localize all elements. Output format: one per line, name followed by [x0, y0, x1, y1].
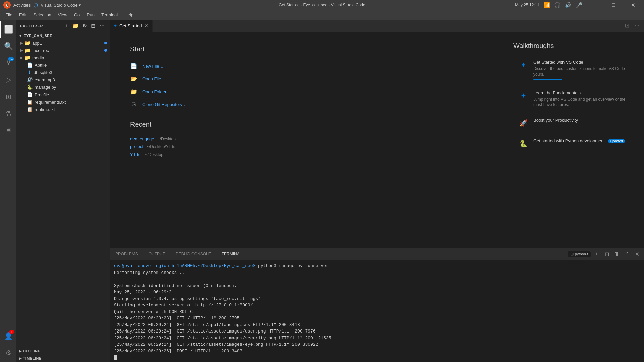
tab-problems[interactable]: PROBLEMS [110, 248, 143, 260]
get-started-right: Walkthroughs ✦ Get Started with VS Code … [503, 32, 644, 248]
clone-repo-label: Clone Git Repository… [142, 102, 187, 107]
restore-button[interactable]: □ [606, 0, 621, 10]
terminal-content[interactable]: eva@eva-Lenovo-Legion-5-15ARH05:~/Deskto… [110, 260, 644, 362]
flask-activity-icon[interactable]: ⚗ [0, 105, 16, 121]
timeline-header[interactable]: ▶ Timeline [16, 355, 110, 362]
terminal-python-label: ⊞ python3 [568, 251, 591, 257]
explorer-activity-icon[interactable]: ⬜ [0, 21, 16, 38]
settings-activity-icon[interactable]: ⚙ [0, 345, 16, 361]
walkthrough-vs-code-progress [533, 79, 562, 80]
source-control-activity-icon[interactable]: ⑂ 14 [0, 55, 16, 71]
terminal-line-10: [25/May/2022 06:29:24] "GET /static/asse… [114, 335, 640, 342]
file-db-sqlite3[interactable]: 🗄 db.sqlite3 [16, 69, 110, 76]
recent-yt-tut[interactable]: YT tut ~/Desktop [130, 150, 483, 158]
recent-project-name: project [130, 144, 143, 149]
kill-terminal-button[interactable]: 🗑 [612, 250, 621, 258]
recent-eva-engage[interactable]: eva_engage ~/Desktop [130, 135, 483, 143]
terminal-prompt: eva@eva-Lenovo-Legion-5-15ARH05:~/Deskto… [114, 263, 255, 268]
more-tab-actions-button[interactable]: ⋯ [633, 21, 641, 30]
recent-yt-tut-path: ~/Desktop [145, 152, 163, 157]
terminal-cursor [114, 355, 117, 360]
tab-debug-console[interactable]: DEBUG CONSOLE [170, 248, 216, 260]
more-actions-button[interactable]: ⋯ [98, 22, 106, 30]
close-button[interactable]: ✕ [625, 0, 641, 10]
file-aptfile[interactable]: 📄 Aptfile [16, 61, 110, 69]
tab-output[interactable]: OUTPUT [143, 248, 170, 260]
file-exam-mp3-label: exam.mp3 [35, 77, 55, 82]
refresh-button[interactable]: ↻ [81, 22, 88, 30]
walkthroughs-title: Walkthroughs [513, 42, 634, 50]
run-debug-activity-icon[interactable]: ▷ [0, 72, 16, 88]
open-folder-item[interactable]: 📁 Open Folder… [130, 85, 483, 98]
new-file-button[interactable]: + [63, 22, 71, 30]
main-content: ✦ Get Started ✕ ⊡ ⋯ Start 📄 New File… [110, 20, 644, 362]
walkthrough-fundamentals[interactable]: ✦ Learn the Fundamentals Jump right into… [513, 85, 634, 113]
timeline-chevron-icon: ▶ [19, 356, 22, 361]
open-folder-icon: 📁 [130, 88, 138, 95]
walkthrough-productivity[interactable]: 🚀 Boost your Productivity [513, 113, 634, 133]
accounts-activity-icon[interactable]: 👤 1 [0, 328, 16, 344]
open-file-item[interactable]: 📂 Open File… [130, 72, 483, 85]
root-folder-header[interactable]: ▼ EYE_CAN_SEE [16, 32, 110, 39]
menu-run[interactable]: Run [84, 11, 97, 19]
walkthrough-vs-code-body: Get Started with VS Code Discover the be… [533, 60, 629, 80]
app-title-menu[interactable]: Visual Studio Code ▾ [41, 3, 81, 8]
split-terminal-button[interactable]: ⊡ [602, 250, 611, 258]
source-control-badge: 14 [8, 57, 14, 61]
terminal-line-11: [25/May/2022 06:29:24] "GET /static/asse… [114, 341, 640, 348]
sidebar: Explorer + 📁 ↻ ⊟ ⋯ ▼ EYE_CAN_SEE ▶ 📁 app… [16, 20, 110, 362]
extensions-activity-icon[interactable]: ⊞ [0, 88, 16, 105]
minimize-button[interactable]: ─ [586, 0, 602, 10]
walkthrough-productivity-icon: 🚀 [518, 118, 529, 128]
new-file-item[interactable]: 📄 New File… [130, 60, 483, 72]
terminal-line-3: May 25, 2022 - 06:29:21 [114, 289, 640, 296]
folder-media[interactable]: ▶ 📁 media [16, 54, 110, 61]
maximize-panel-button[interactable]: ⌃ [623, 250, 631, 258]
outline-section: ▶ Outline ▶ Timeline [16, 347, 110, 362]
menu-file[interactable]: File [3, 11, 15, 19]
file-aptfile-label: Aptfile [35, 63, 47, 68]
file-exam-mp3[interactable]: 🔊 exam.mp3 [16, 76, 110, 83]
app-activities[interactable]: Activities [13, 3, 31, 8]
tab-terminal[interactable]: TERMINAL [216, 248, 248, 260]
new-folder-button[interactable]: 📁 [72, 22, 79, 30]
file-tree: ▼ EYE_CAN_SEE ▶ 📁 app1 ▶ 📁 face_rec ▶ 📁 [16, 32, 110, 347]
menu-view[interactable]: View [55, 11, 70, 19]
clone-repo-item[interactable]: ⎘ Clone Git Repository… [130, 98, 483, 111]
timeline-label: Timeline [23, 356, 42, 360]
menu-bar: File Edit Selection View Go Run Terminal… [0, 10, 644, 20]
recent-project-path: ~/Desktop/YT tut [147, 144, 177, 149]
walkthrough-vs-code[interactable]: ✦ Get Started with VS Code Discover the … [513, 55, 634, 85]
terminal-tabs: PROBLEMS OUTPUT DEBUG CONSOLE TERMINAL ⊞… [110, 248, 644, 260]
menu-edit[interactable]: Edit [16, 11, 29, 19]
menu-terminal[interactable]: Terminal [99, 11, 120, 19]
file-manage-py[interactable]: 🐍 manage.py [16, 83, 110, 91]
tab-get-started[interactable]: ✦ Get Started ✕ [110, 20, 153, 32]
new-terminal-button[interactable]: + [592, 250, 601, 258]
outline-header[interactable]: ▶ Outline [16, 347, 110, 355]
remote-explorer-activity-icon[interactable]: 🖥 [0, 122, 16, 138]
folder-face-rec[interactable]: ▶ 📁 face_rec [16, 47, 110, 54]
menu-selection[interactable]: Selection [31, 11, 54, 19]
tab-get-started-close[interactable]: ✕ [144, 23, 149, 29]
title-bar: 🐧 Activities ⬡ Visual Studio Code ▾ Get … [0, 0, 644, 10]
walkthrough-python[interactable]: 🐍 Get started with Python development Up… [513, 134, 634, 154]
menu-help[interactable]: Help [122, 11, 136, 19]
walkthrough-python-body: Get started with Python development Upda… [533, 138, 625, 149]
file-procfile[interactable]: 📄 Procfile [16, 91, 110, 98]
split-editor-button[interactable]: ⊡ [623, 21, 631, 30]
file-requirements-txt[interactable]: 📋 requirements.txt [16, 98, 110, 106]
file-runtime-txt-label: runtime.txt [35, 107, 55, 112]
menu-go[interactable]: Go [71, 11, 83, 19]
tab-get-started-icon: ✦ [113, 23, 117, 28]
walkthrough-fundamentals-desc: Jump right into VS Code and get an overv… [533, 97, 629, 108]
terminal-actions: ⊞ python3 + ⊡ 🗑 ⌃ ✕ [568, 250, 644, 258]
app-container: ⬜ 🔍 ⑂ 14 ▷ ⊞ ⚗ 🖥 👤 1 ⚙ [0, 20, 644, 362]
folder-app1[interactable]: ▶ 📁 app1 [16, 39, 110, 47]
search-activity-icon[interactable]: 🔍 [0, 38, 16, 54]
close-panel-button[interactable]: ✕ [633, 250, 641, 258]
file-runtime-txt[interactable]: 📋 runtime.txt [16, 106, 110, 113]
recent-project[interactable]: project ~/Desktop/YT tut [130, 143, 483, 150]
collapse-button[interactable]: ⊟ [90, 22, 97, 30]
title-bar-right: May 25 12:11 📶 🎧 🔊 🎤 ─ □ ✕ [515, 0, 641, 10]
